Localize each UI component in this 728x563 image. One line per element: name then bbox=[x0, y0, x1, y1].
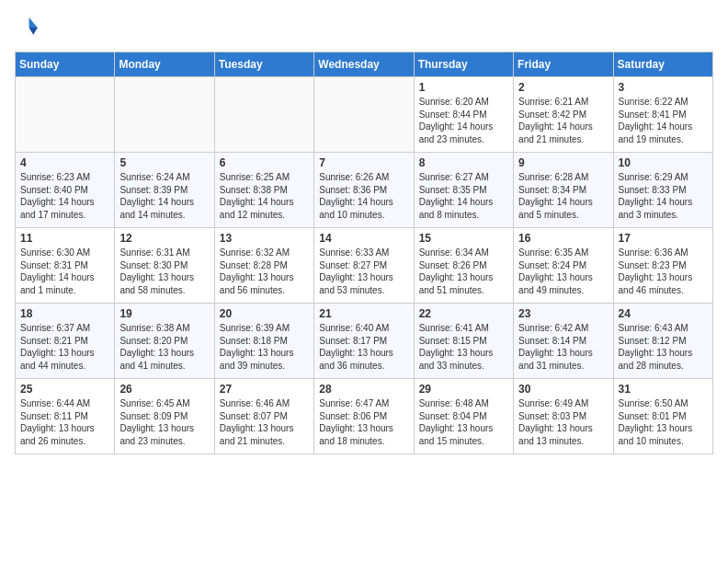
calendar-day-cell: 14Sunrise: 6:33 AM Sunset: 8:27 PM Dayli… bbox=[314, 228, 414, 304]
calendar-day-cell: 19Sunrise: 6:38 AM Sunset: 8:20 PM Dayli… bbox=[115, 304, 214, 379]
day-info: Sunrise: 6:25 AM Sunset: 8:38 PM Dayligh… bbox=[220, 171, 309, 221]
day-number: 7 bbox=[319, 156, 408, 169]
day-info: Sunrise: 6:31 AM Sunset: 8:30 PM Dayligh… bbox=[119, 247, 209, 296]
calendar-week-row: 11Sunrise: 6:30 AM Sunset: 8:31 PM Dayli… bbox=[16, 228, 713, 304]
day-info: Sunrise: 6:39 AM Sunset: 8:18 PM Dayligh… bbox=[220, 322, 309, 372]
logo bbox=[15, 15, 44, 40]
day-info: Sunrise: 6:20 AM Sunset: 8:44 PM Dayligh… bbox=[419, 96, 508, 145]
day-info: Sunrise: 6:40 AM Sunset: 8:17 PM Dayligh… bbox=[319, 322, 408, 372]
day-of-week-header: Thursday bbox=[414, 52, 513, 77]
calendar-day-cell: 22Sunrise: 6:41 AM Sunset: 8:15 PM Dayli… bbox=[414, 304, 513, 379]
calendar-day-cell: 17Sunrise: 6:36 AM Sunset: 8:23 PM Dayli… bbox=[613, 228, 712, 304]
day-info: Sunrise: 6:41 AM Sunset: 8:15 PM Dayligh… bbox=[419, 322, 508, 372]
calendar-day-cell: 26Sunrise: 6:45 AM Sunset: 8:09 PM Dayli… bbox=[115, 379, 214, 454]
day-info: Sunrise: 6:42 AM Sunset: 8:14 PM Dayligh… bbox=[518, 322, 608, 372]
day-info: Sunrise: 6:47 AM Sunset: 8:06 PM Dayligh… bbox=[319, 397, 408, 447]
day-number: 30 bbox=[518, 383, 608, 396]
day-number: 23 bbox=[518, 307, 608, 320]
day-info: Sunrise: 6:29 AM Sunset: 8:33 PM Dayligh… bbox=[619, 171, 708, 221]
calendar-day-cell: 13Sunrise: 6:32 AM Sunset: 8:28 PM Dayli… bbox=[214, 228, 313, 304]
day-info: Sunrise: 6:46 AM Sunset: 8:07 PM Dayligh… bbox=[220, 397, 309, 447]
day-info: Sunrise: 6:45 AM Sunset: 8:09 PM Dayligh… bbox=[119, 397, 209, 447]
day-of-week-header: Friday bbox=[514, 52, 613, 77]
calendar-week-row: 1Sunrise: 6:20 AM Sunset: 8:44 PM Daylig… bbox=[16, 77, 713, 153]
svg-marker-0 bbox=[29, 17, 38, 28]
day-info: Sunrise: 6:43 AM Sunset: 8:12 PM Dayligh… bbox=[619, 322, 708, 372]
calendar-week-row: 25Sunrise: 6:44 AM Sunset: 8:11 PM Dayli… bbox=[16, 379, 713, 454]
calendar-day-cell: 3Sunrise: 6:22 AM Sunset: 8:41 PM Daylig… bbox=[613, 77, 712, 153]
day-number: 26 bbox=[119, 383, 209, 396]
day-number: 29 bbox=[419, 383, 508, 396]
svg-marker-1 bbox=[29, 28, 38, 35]
day-info: Sunrise: 6:44 AM Sunset: 8:11 PM Dayligh… bbox=[20, 397, 109, 447]
calendar-day-cell bbox=[16, 77, 115, 153]
day-number: 27 bbox=[220, 383, 309, 396]
calendar-day-cell: 9Sunrise: 6:28 AM Sunset: 8:34 PM Daylig… bbox=[514, 153, 613, 228]
day-number: 17 bbox=[619, 232, 708, 245]
calendar-day-cell: 29Sunrise: 6:48 AM Sunset: 8:04 PM Dayli… bbox=[414, 379, 513, 454]
calendar-day-cell: 30Sunrise: 6:49 AM Sunset: 8:03 PM Dayli… bbox=[514, 379, 613, 454]
calendar-day-cell: 31Sunrise: 6:50 AM Sunset: 8:01 PM Dayli… bbox=[613, 379, 712, 454]
day-of-week-header: Monday bbox=[115, 52, 214, 77]
calendar-day-cell: 28Sunrise: 6:47 AM Sunset: 8:06 PM Dayli… bbox=[314, 379, 414, 454]
day-info: Sunrise: 6:50 AM Sunset: 8:01 PM Dayligh… bbox=[619, 397, 708, 447]
day-number: 18 bbox=[20, 307, 109, 320]
day-info: Sunrise: 6:23 AM Sunset: 8:40 PM Dayligh… bbox=[20, 171, 109, 221]
calendar-header-row: SundayMondayTuesdayWednesdayThursdayFrid… bbox=[16, 52, 713, 77]
day-of-week-header: Wednesday bbox=[314, 52, 414, 77]
day-info: Sunrise: 6:26 AM Sunset: 8:36 PM Dayligh… bbox=[319, 171, 408, 221]
day-info: Sunrise: 6:35 AM Sunset: 8:24 PM Dayligh… bbox=[518, 247, 608, 296]
calendar-table: SundayMondayTuesdayWednesdayThursdayFrid… bbox=[15, 52, 713, 454]
day-of-week-header: Saturday bbox=[613, 52, 712, 77]
day-info: Sunrise: 6:37 AM Sunset: 8:21 PM Dayligh… bbox=[20, 322, 109, 372]
calendar-day-cell: 10Sunrise: 6:29 AM Sunset: 8:33 PM Dayli… bbox=[613, 153, 712, 228]
calendar-day-cell: 25Sunrise: 6:44 AM Sunset: 8:11 PM Dayli… bbox=[16, 379, 115, 454]
calendar-day-cell: 27Sunrise: 6:46 AM Sunset: 8:07 PM Dayli… bbox=[214, 379, 313, 454]
day-info: Sunrise: 6:28 AM Sunset: 8:34 PM Dayligh… bbox=[518, 171, 608, 221]
calendar-day-cell: 4Sunrise: 6:23 AM Sunset: 8:40 PM Daylig… bbox=[16, 153, 115, 228]
calendar-day-cell: 1Sunrise: 6:20 AM Sunset: 8:44 PM Daylig… bbox=[414, 77, 513, 153]
day-number: 9 bbox=[518, 156, 608, 169]
day-of-week-header: Tuesday bbox=[214, 52, 313, 77]
day-info: Sunrise: 6:24 AM Sunset: 8:39 PM Dayligh… bbox=[119, 171, 209, 221]
calendar-day-cell: 5Sunrise: 6:24 AM Sunset: 8:39 PM Daylig… bbox=[115, 153, 214, 228]
day-info: Sunrise: 6:49 AM Sunset: 8:03 PM Dayligh… bbox=[518, 397, 608, 447]
day-number: 2 bbox=[518, 81, 608, 94]
logo-icon bbox=[15, 15, 40, 40]
day-info: Sunrise: 6:21 AM Sunset: 8:42 PM Dayligh… bbox=[518, 96, 608, 145]
calendar-day-cell: 18Sunrise: 6:37 AM Sunset: 8:21 PM Dayli… bbox=[16, 304, 115, 379]
day-info: Sunrise: 6:27 AM Sunset: 8:35 PM Dayligh… bbox=[419, 171, 508, 221]
calendar-day-cell: 2Sunrise: 6:21 AM Sunset: 8:42 PM Daylig… bbox=[514, 77, 613, 153]
day-info: Sunrise: 6:48 AM Sunset: 8:04 PM Dayligh… bbox=[419, 397, 508, 447]
calendar-day-cell bbox=[214, 77, 313, 153]
calendar-day-cell: 8Sunrise: 6:27 AM Sunset: 8:35 PM Daylig… bbox=[414, 153, 513, 228]
calendar-day-cell: 21Sunrise: 6:40 AM Sunset: 8:17 PM Dayli… bbox=[314, 304, 414, 379]
day-number: 8 bbox=[419, 156, 508, 169]
calendar-day-cell: 15Sunrise: 6:34 AM Sunset: 8:26 PM Dayli… bbox=[414, 228, 513, 304]
day-info: Sunrise: 6:36 AM Sunset: 8:23 PM Dayligh… bbox=[619, 247, 708, 296]
day-info: Sunrise: 6:38 AM Sunset: 8:20 PM Dayligh… bbox=[119, 322, 209, 372]
day-number: 22 bbox=[419, 307, 508, 320]
day-number: 10 bbox=[619, 156, 708, 169]
day-number: 13 bbox=[220, 232, 309, 245]
day-number: 24 bbox=[619, 307, 708, 320]
calendar-day-cell bbox=[115, 77, 214, 153]
day-info: Sunrise: 6:33 AM Sunset: 8:27 PM Dayligh… bbox=[319, 247, 408, 296]
calendar-day-cell: 7Sunrise: 6:26 AM Sunset: 8:36 PM Daylig… bbox=[314, 153, 414, 228]
calendar-day-cell bbox=[314, 77, 414, 153]
day-number: 20 bbox=[220, 307, 309, 320]
day-number: 4 bbox=[20, 156, 109, 169]
calendar-day-cell: 11Sunrise: 6:30 AM Sunset: 8:31 PM Dayli… bbox=[16, 228, 115, 304]
calendar-day-cell: 24Sunrise: 6:43 AM Sunset: 8:12 PM Dayli… bbox=[613, 304, 712, 379]
day-number: 15 bbox=[419, 232, 508, 245]
calendar-day-cell: 16Sunrise: 6:35 AM Sunset: 8:24 PM Dayli… bbox=[514, 228, 613, 304]
day-info: Sunrise: 6:34 AM Sunset: 8:26 PM Dayligh… bbox=[419, 247, 508, 296]
calendar-day-cell: 23Sunrise: 6:42 AM Sunset: 8:14 PM Dayli… bbox=[514, 304, 613, 379]
day-number: 25 bbox=[20, 383, 109, 396]
day-number: 12 bbox=[119, 232, 209, 245]
calendar-day-cell: 20Sunrise: 6:39 AM Sunset: 8:18 PM Dayli… bbox=[214, 304, 313, 379]
day-number: 31 bbox=[619, 383, 708, 396]
day-number: 19 bbox=[119, 307, 209, 320]
calendar-week-row: 18Sunrise: 6:37 AM Sunset: 8:21 PM Dayli… bbox=[16, 304, 713, 379]
day-info: Sunrise: 6:22 AM Sunset: 8:41 PM Dayligh… bbox=[619, 96, 708, 145]
